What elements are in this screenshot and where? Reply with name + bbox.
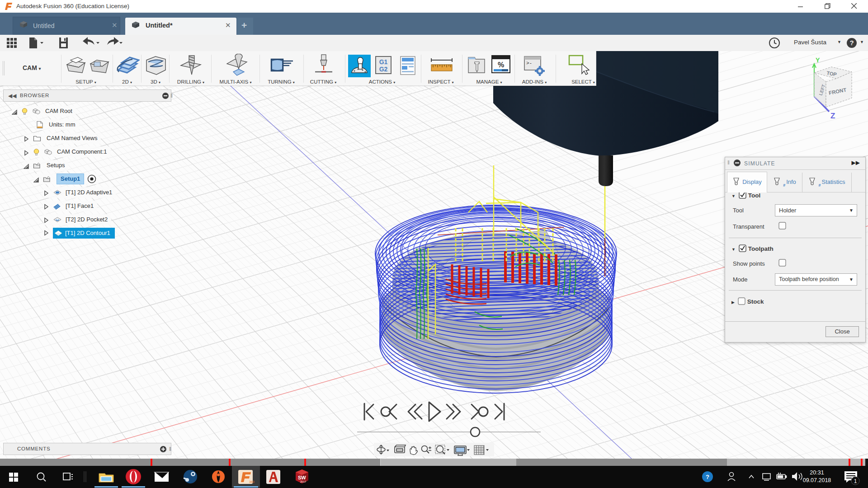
svg-text:SW: SW bbox=[298, 475, 306, 480]
svg-text:>-: >- bbox=[526, 61, 532, 66]
svg-text:2017: 2017 bbox=[300, 480, 307, 483]
svg-text:?: ? bbox=[706, 474, 709, 480]
svg-text:%: % bbox=[498, 61, 504, 69]
svg-text:Z: Z bbox=[830, 112, 835, 120]
svg-text:1: 1 bbox=[854, 478, 857, 484]
svg-text:G1: G1 bbox=[379, 58, 388, 66]
svg-text:G2: G2 bbox=[379, 66, 388, 73]
svg-text:?: ? bbox=[849, 39, 854, 47]
svg-text:Y: Y bbox=[816, 56, 820, 64]
svg-text:360: 360 bbox=[249, 480, 255, 483]
